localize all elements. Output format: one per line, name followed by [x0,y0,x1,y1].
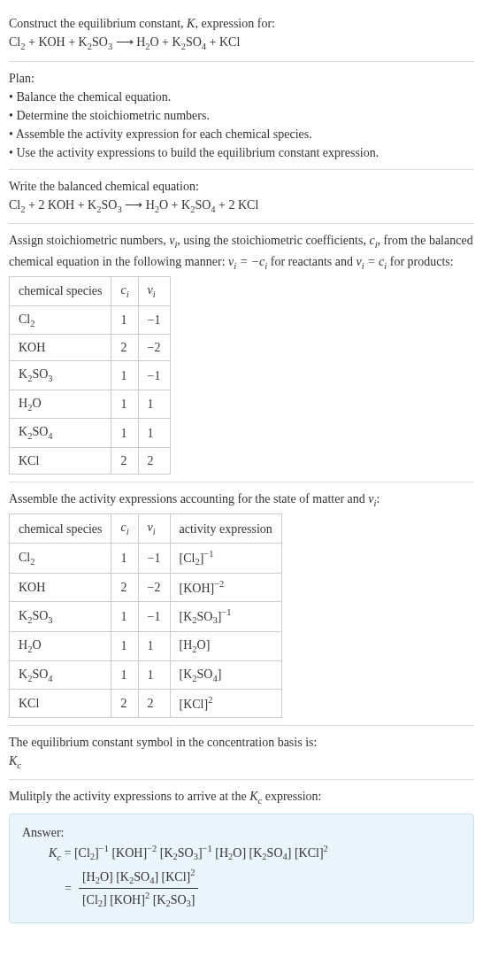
plan-item-2: • Determine the stoichiometric numbers. [9,106,474,125]
cell-ci: 1 [111,419,138,448]
ci-symbol: ci [369,234,377,247]
cell-species: Cl2 [10,544,111,574]
cell-ci: 2 [111,690,138,718]
multiply-t2: expression: [262,790,321,803]
cell-activity: [K2SO4] [170,660,281,690]
cell-nui: 1 [138,660,170,690]
cell-ci: 1 [111,361,138,390]
th-nui: νi [138,277,170,306]
th-nui: νi [138,514,170,544]
cell-species: K2SO4 [10,419,111,448]
eqconst-section: The equilibrium constant symbol in the c… [9,726,474,781]
cell-species: H2O [10,632,111,661]
th-activity: activity expression [170,514,281,544]
th-ci: ci [111,277,138,306]
cell-ci: 1 [111,390,138,419]
cell-ci: 1 [111,305,138,335]
table-row: K2SO31−1[K2SO3]−1 [10,601,282,631]
th-ci: ci [111,514,138,544]
multiply-text: Mulitply the activity expressions to arr… [9,787,474,808]
fraction-denominator: [Cl2] [KOH]2 [K2SO3] [79,889,199,911]
cell-nui: 1 [138,419,170,448]
assign-text: Assign stoichiometric numbers, νi, using… [9,231,474,273]
cell-activity: [H2O] [170,632,281,661]
fraction-numerator: [H2O] [K2SO4] [KCl]2 [79,866,199,889]
th-species: chemical species [10,277,111,306]
unbalanced-equation: Cl2 + KOH + K2SO3 ⟶ H2O + K2SO4 + KCl [9,33,474,54]
balanced-section: Write the balanced chemical equation: Cl… [9,170,474,225]
cell-nui: 1 [138,632,170,661]
cell-species: KCl [10,447,111,474]
plan-item-3: • Assemble the activity expression for e… [9,125,474,143]
cell-species: KOH [10,335,111,361]
cell-nui: 2 [138,690,170,718]
balanced-title: Write the balanced chemical equation: [9,177,474,196]
cell-species: K2SO3 [10,361,111,390]
assign-t1: Assign stoichiometric numbers, [9,234,169,247]
cell-nui: 1 [138,390,170,419]
cell-nui: 2 [138,447,170,474]
cell-ci: 2 [111,574,138,602]
answer-label: Answer: [22,823,461,842]
table-row: K2SO31−1 [10,361,171,390]
assemble-text: Assemble the activity expressions accoun… [9,490,474,511]
cell-nui: −2 [138,574,170,602]
cell-activity: [KOH]−2 [170,574,281,602]
k-symbol: K [187,17,195,30]
table-row: H2O11 [10,390,171,419]
activity-table: chemical species ci νi activity expressi… [9,513,282,717]
cell-species: KOH [10,574,111,602]
answer-line-1: Kc = [Cl2]−1 [KOH]−2 [K2SO3]−1 [H2O] [K2… [49,842,461,864]
cell-nui: −1 [138,305,170,335]
cell-nui: −2 [138,335,170,361]
table-row: KOH2−2 [10,335,171,361]
assemble-t1: Assemble the activity expressions accoun… [9,492,368,505]
cell-ci: 2 [111,447,138,474]
assign-t5: for products: [387,255,453,268]
plan-section: Plan: • Balance the chemical equation. •… [9,62,474,170]
assemble-colon: : [376,492,380,505]
assign-t2: , using the stoichiometric coefficients, [177,234,369,247]
plan-item-1: • Balance the chemical equation. [9,88,474,106]
cell-activity: [KCl]2 [170,690,281,718]
table-row: Cl21−1[Cl2]−1 [10,544,282,574]
multiply-section: Mulitply the activity expressions to arr… [9,780,474,930]
assign-eq1: νi = −ci [228,255,267,268]
table-header-row: chemical species ci νi activity expressi… [10,514,282,544]
table-row: H2O11[H2O] [10,632,282,661]
header-section: Construct the equilibrium constant, K, e… [9,7,474,62]
cell-ci: 1 [111,660,138,690]
cell-nui: −1 [138,361,170,390]
construct-line: Construct the equilibrium constant, K, e… [9,14,474,33]
assemble-section: Assemble the activity expressions accoun… [9,482,474,726]
cell-species: K2SO3 [10,601,111,631]
table-row: K2SO411[K2SO4] [10,660,282,690]
kc-symbol: Kc [9,752,474,773]
table-row: KCl22[KCl]2 [10,690,282,718]
equals-sign: = [65,879,72,898]
cell-activity: [Cl2]−1 [170,544,281,574]
answer-box: Answer: Kc = [Cl2]−1 [KOH]−2 [K2SO3]−1 [… [9,814,474,923]
table-row: K2SO411 [10,419,171,448]
fraction: [H2O] [K2SO4] [KCl]2 [Cl2] [KOH]2 [K2SO3… [79,866,199,911]
plan-item-4: • Use the activity expressions to build … [9,143,474,162]
table-row: KOH2−2[KOH]−2 [10,574,282,602]
eqconst-text: The equilibrium constant symbol in the c… [9,733,474,752]
cell-species: K2SO4 [10,660,111,690]
kc-symbol-3: Kc [49,846,61,860]
assign-eq2: νi = ci [356,255,387,268]
th-species: chemical species [10,514,111,544]
nu-symbol: νi [169,234,177,247]
cell-species: Cl2 [10,305,111,335]
cell-activity: [K2SO3]−1 [170,601,281,631]
cell-ci: 1 [111,601,138,631]
table-row: KCl22 [10,447,171,474]
table-header-row: chemical species ci νi [10,277,171,306]
plan-title: Plan: [9,69,474,88]
construct-text-2: , expression for: [195,17,275,30]
cell-species: KCl [10,690,111,718]
cell-nui: −1 [138,601,170,631]
cell-ci: 1 [111,544,138,574]
cell-nui: −1 [138,544,170,574]
table-row: Cl21−1 [10,305,171,335]
